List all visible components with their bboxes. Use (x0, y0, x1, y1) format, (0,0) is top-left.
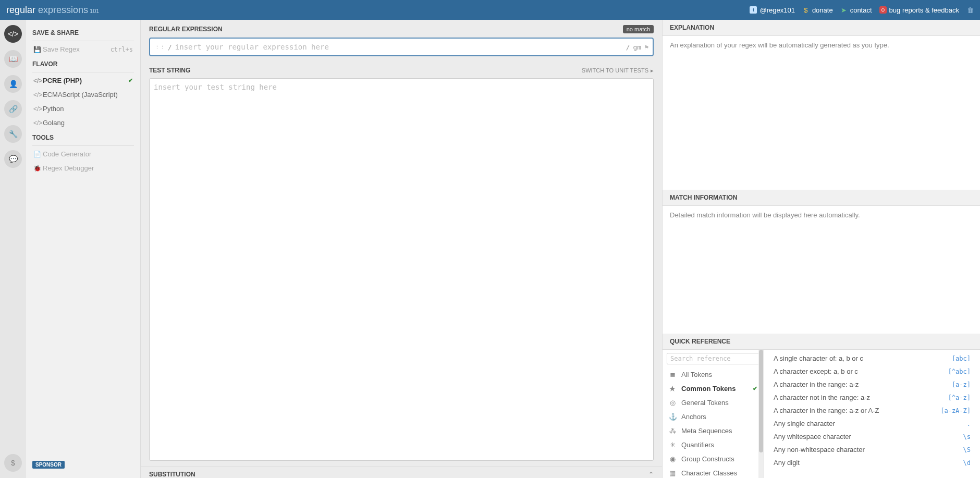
bugs-label: bug reports & feedback (889, 6, 959, 14)
quick-category-7[interactable]: ▦Character Classes (663, 466, 764, 478)
regex-flags: gm (633, 43, 642, 51)
quick-scrollbar-thumb[interactable] (759, 350, 763, 452)
switch-unit-tests[interactable]: SWITCH TO UNIT TESTS ▸ (582, 67, 654, 74)
token-desc: Any digit (774, 459, 800, 467)
twitter-link[interactable]: t@regex101 (750, 6, 794, 14)
quick-category-2[interactable]: ◎General Tokens (663, 396, 764, 410)
save-regex-item[interactable]: 💾 Save Regex ctrl+s (28, 42, 138, 56)
quick-category-list: ≣All Tokens★Common Tokens✔◎General Token… (663, 367, 764, 478)
token-code: [^abc] (948, 368, 971, 375)
test-string-input[interactable] (149, 78, 654, 461)
check-icon: ✔ (753, 385, 757, 392)
quick-token-0[interactable]: A single character of: a, b or c[abc] (764, 352, 980, 365)
substitution-row[interactable]: SUBSTITUTION ⌃ (141, 466, 662, 478)
rail-library-icon[interactable]: 📖 (4, 50, 22, 68)
category-icon: ▦ (669, 469, 676, 477)
plane-icon: ➤ (840, 6, 848, 14)
drag-dots-icon: ⋮⋮ (154, 44, 165, 51)
twitter-icon: t (750, 6, 757, 14)
header-links: t@regex101 $donate ➤contact ⊙bug reports… (750, 6, 974, 14)
token-desc: A character except: a, b or c (774, 367, 858, 375)
quick-category-1[interactable]: ★Common Tokens✔ (663, 382, 764, 396)
rail-settings-icon[interactable]: 🔧 (4, 125, 22, 143)
flavor-item-0[interactable]: </>PCRE (PHP)✔ (28, 73, 138, 88)
flavor-item-1[interactable]: </>ECMAScript (JavaScript) (28, 88, 138, 102)
trash-icon[interactable]: 🗑 (966, 6, 974, 14)
rail-account-icon[interactable]: 👤 (4, 75, 22, 93)
token-code: \s (963, 433, 971, 440)
quick-category-6[interactable]: ◉Group Constructs (663, 452, 764, 466)
category-label: Quantifiers (681, 441, 714, 449)
code-icon: </> (33, 91, 43, 99)
rail-chat-icon[interactable]: 💬 (4, 150, 22, 168)
quick-ref-body: ≣All Tokens★Common Tokens✔◎General Token… (663, 350, 980, 478)
donate-link[interactable]: $donate (802, 6, 833, 14)
quick-category-0[interactable]: ≣All Tokens (663, 367, 764, 382)
chevron-right-icon: ▸ (651, 67, 654, 74)
rail-sponsor-icon[interactable]: $ (4, 454, 22, 472)
flavor-heading: FLAVOR (28, 56, 138, 71)
quick-scrollbar[interactable] (758, 350, 764, 478)
quick-token-7[interactable]: Any non-whitespace character\S (764, 443, 980, 456)
tool-label: Regex Debugger (43, 164, 94, 172)
test-header: TEST STRING SWITCH TO UNIT TESTS ▸ (141, 62, 662, 77)
center-panel: REGULAR EXPRESSION no match ⋮⋮/ / gm ⚑ T… (141, 20, 662, 478)
regex-heading: REGULAR EXPRESSION (149, 26, 223, 33)
chevron-up-icon[interactable]: ⌃ (648, 471, 654, 478)
tool-icon: 🐞 (33, 165, 43, 172)
flavor-item-2[interactable]: </>Python (28, 102, 138, 116)
quick-category-5[interactable]: ✳Quantifiers (663, 438, 764, 452)
tool-item-0[interactable]: 📄Code Generator (28, 147, 138, 161)
flavor-label: ECMAScript (JavaScript) (43, 91, 118, 99)
category-icon: ⚓ (669, 413, 676, 421)
flag-icon: ⚑ (644, 43, 648, 51)
flavor-item-3[interactable]: </>Golang (28, 116, 138, 130)
token-code: \d (963, 459, 971, 467)
token-desc: A character in the range: a-z or A-Z (774, 407, 879, 414)
regex-prefix[interactable]: ⋮⋮/ (154, 43, 172, 51)
quick-token-8[interactable]: Any digit\d (764, 456, 980, 469)
logo[interactable]: regular expressions101 (6, 5, 99, 16)
icon-rail: </> 📖 👤 🔗 🔧 💬 $ (0, 20, 26, 478)
slash-close: / (626, 43, 630, 51)
sponsor-badge[interactable]: SPONSOR (32, 461, 65, 469)
tool-item-1[interactable]: 🐞Regex Debugger (28, 161, 138, 175)
category-label: Common Tokens (681, 385, 736, 393)
quick-token-2[interactable]: A character in the range: a-z[a-z] (764, 378, 980, 391)
quick-token-1[interactable]: A character except: a, b or c[^abc] (764, 365, 980, 378)
switch-unit-label: SWITCH TO UNIT TESTS (582, 67, 648, 73)
sidebar: SAVE & SHARE 💾 Save Regex ctrl+s FLAVOR … (26, 20, 141, 478)
token-code: [^a-z] (948, 394, 971, 401)
quick-token-5[interactable]: Any single character. (764, 417, 980, 430)
quick-token-4[interactable]: A character in the range: a-z or A-Z[a-z… (764, 404, 980, 417)
category-label: Meta Sequences (681, 427, 732, 435)
category-label: General Tokens (681, 399, 729, 407)
regex-input[interactable] (172, 43, 626, 51)
rail-link-icon[interactable]: 🔗 (4, 100, 22, 118)
token-desc: Any non-whitespace character (774, 446, 865, 454)
category-label: Character Classes (681, 469, 737, 477)
code-icon: </> (33, 77, 43, 84)
explanation-heading: EXPLANATION (663, 20, 980, 36)
right-panel: EXPLANATION An explanation of your regex… (662, 20, 980, 478)
flavor-label: Golang (43, 119, 65, 127)
quick-category-3[interactable]: ⚓Anchors (663, 410, 764, 424)
quick-reference: QUICK REFERENCE ≣All Tokens★Common Token… (663, 334, 980, 478)
category-label: Anchors (681, 413, 706, 421)
token-desc: Any single character (774, 420, 835, 427)
token-desc: A single character of: a, b or c (774, 354, 863, 362)
rail-editor-icon[interactable]: </> (4, 25, 22, 43)
flavor-list: </>PCRE (PHP)✔</>ECMAScript (JavaScript)… (28, 73, 138, 130)
quick-token-6[interactable]: Any whitespace character\s (764, 430, 980, 443)
contact-link[interactable]: ➤contact (840, 6, 872, 14)
logo-sub: 101 (90, 8, 99, 14)
match-info-body: Detailed match information will be displ… (663, 206, 980, 334)
bugs-link[interactable]: ⊙bug reports & feedback (879, 6, 959, 14)
token-code: . (967, 420, 971, 427)
save-icon: 💾 (33, 46, 43, 53)
regex-suffix[interactable]: / gm ⚑ (626, 43, 648, 51)
flavor-label: PCRE (PHP) (43, 77, 82, 84)
quick-search-input[interactable] (667, 353, 760, 364)
quick-category-4[interactable]: ⁂Meta Sequences (663, 424, 764, 438)
quick-token-3[interactable]: A character not in the range: a-z[^a-z] (764, 391, 980, 404)
